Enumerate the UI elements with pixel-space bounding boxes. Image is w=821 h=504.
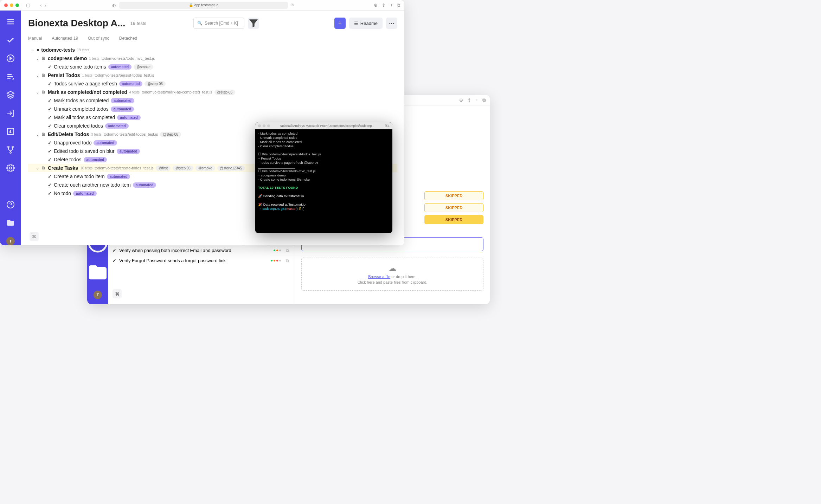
chevron-down-icon: ⌄ (36, 166, 39, 170)
svg-point-19 (9, 167, 12, 169)
test-row[interactable]: ✓ Mark todos as completed automated (28, 96, 397, 105)
more-button[interactable]: ⋯ (386, 18, 397, 29)
check-icon: ✓ (48, 123, 52, 129)
terminal-window: tatiana@Andreys-MacBook-Pro:~/Documents/… (255, 122, 392, 233)
file-icon: 🗎 (41, 73, 46, 78)
svg-marker-10 (7, 91, 14, 95)
download-icon[interactable]: ⊕ (459, 97, 463, 103)
forward-icon[interactable]: › (45, 2, 46, 8)
back-icon[interactable]: ‹ (40, 2, 42, 8)
play-icon[interactable] (6, 54, 15, 63)
close-dot[interactable] (4, 4, 8, 7)
chevron-down-icon: ⌄ (36, 73, 39, 78)
avatar-2[interactable]: T (94, 291, 102, 299)
suite-row[interactable]: ⌄🗎 Mark as completed/not completed 4 tes… (28, 88, 397, 96)
test-name: Verify Forgot Password sends a forgot pa… (119, 258, 226, 263)
cmd-shortcut-badge[interactable]: ⌘ (113, 289, 122, 298)
shield-icon[interactable]: ◐ (112, 3, 116, 8)
test-row[interactable]: ✓ Todos survive a page refresh automated… (28, 79, 397, 88)
suite-row[interactable]: ⌄🗎 codepress demo 1 tests todomvc-tests/… (28, 54, 397, 63)
minimize-dot[interactable] (10, 4, 13, 7)
chevron-down-icon: ⌄ (36, 56, 39, 61)
avatar[interactable]: T (6, 237, 15, 245)
import-icon[interactable] (6, 109, 15, 117)
gear-icon[interactable] (6, 164, 15, 172)
page-header: Bionexta Desktop A... 19 tests 🔍 Search … (28, 18, 397, 29)
file-icon: 🗎 (41, 56, 46, 61)
check-icon: ✓ (48, 174, 52, 179)
browse-link[interactable]: Browse a file (368, 274, 390, 279)
chevron-down-icon: ⌄ (36, 132, 39, 137)
filter-button[interactable] (248, 18, 259, 29)
check-icon: ✓ (48, 115, 52, 120)
tab-automated[interactable]: Automated 19 (52, 36, 78, 41)
tab-manual[interactable]: Manual (28, 36, 42, 41)
terminal-title: tatiana@Andreys-MacBook-Pro:~/Documents/… (272, 124, 383, 128)
check-icon: ✓ (48, 106, 52, 112)
sidebar: T (0, 11, 21, 245)
analytics-icon[interactable] (6, 127, 15, 136)
clone-icon[interactable]: ⧉ (286, 248, 289, 253)
folder-row[interactable]: ⌄■ todomvc-tests 19 tests (28, 46, 397, 54)
share-icon[interactable]: ⇪ (467, 97, 471, 103)
branch-icon[interactable] (6, 146, 15, 154)
check-icon: ✓ (48, 182, 52, 188)
test-count: 19 tests (130, 21, 147, 26)
plan-icon[interactable] (6, 72, 15, 81)
test-row[interactable]: ✓ Verify when passing both incorrect Ema… (112, 245, 291, 256)
test-row[interactable]: ✓ Mark all todos as completed automated (28, 113, 397, 122)
share-icon[interactable]: ⇪ (382, 2, 386, 8)
filter-tabs: Manual Automated 19 Out of sync Detached (28, 36, 397, 41)
check-icon: ✓ (48, 157, 52, 162)
check-icon[interactable] (6, 36, 15, 44)
tab-out-of-sync[interactable]: Out of sync (88, 36, 109, 41)
traffic-lights (4, 4, 19, 7)
check-icon: ✓ (48, 140, 52, 146)
test-row[interactable]: ✓ Verify Forgot Password sends a forgot … (112, 256, 291, 266)
svg-marker-6 (10, 57, 12, 60)
readme-button[interactable]: ☰ Readme (349, 18, 383, 29)
clone-icon[interactable]: ⧉ (286, 258, 289, 263)
cmd-shortcut-badge[interactable]: ⌘ (30, 232, 39, 241)
terminal-header: tatiana@Andreys-MacBook-Pro:~/Documents/… (255, 122, 392, 129)
chevron-down-icon: ⌄ (36, 90, 39, 95)
add-button[interactable]: + (334, 18, 346, 29)
sidebar-toggle-icon[interactable]: ▢ (26, 2, 30, 8)
maximize-dot[interactable] (15, 4, 19, 7)
download-icon[interactable]: ⊕ (374, 2, 378, 8)
page-title: Bionexta Desktop A... (28, 18, 126, 29)
new-tab-icon[interactable]: + (390, 2, 393, 8)
url-bar: 🔒 app.testomat.io (118, 2, 288, 9)
reload-icon[interactable]: ↻ (291, 3, 294, 7)
tabs-icon[interactable]: ⧉ (397, 2, 400, 8)
folder-icon[interactable] (87, 261, 108, 284)
tabs-icon[interactable]: ⧉ (482, 97, 486, 103)
check-icon: ✓ (113, 248, 116, 253)
terminal-body[interactable]: - Mark todos as completed - Unmark compl… (255, 129, 392, 213)
suite-row[interactable]: ⌄🗎 Persist Todos 1 tests todomvc-tests/p… (28, 71, 397, 79)
nav-arrows: ‹ › (40, 2, 46, 8)
tab-detached[interactable]: Detached (119, 36, 137, 41)
cloud-upload-icon: ☁ (389, 264, 396, 273)
test-row[interactable]: ✓ Unmark completed todos automated (28, 105, 397, 113)
folder-icon: ■ (37, 47, 39, 52)
chevron-down-icon: ⌄ (31, 48, 34, 52)
help-icon[interactable] (6, 200, 15, 209)
search-icon: 🔍 (197, 21, 203, 26)
file-icon: 🗎 (41, 166, 46, 170)
doc-icon: ☰ (354, 21, 358, 26)
menu-icon[interactable] (6, 18, 15, 26)
layers-icon[interactable] (6, 91, 15, 99)
check-icon: ✓ (48, 191, 52, 196)
new-tab-icon[interactable]: + (475, 97, 478, 103)
folder-icon[interactable] (6, 219, 15, 227)
browser-bar: ▢ ‹ › ◐ 🔒 app.testomat.io ↻ ⊕ ⇪ + ⧉ (0, 0, 404, 11)
file-dropzone[interactable]: ☁ Browse a file or drop it here. Click h… (301, 258, 483, 291)
test-row[interactable]: ✓ Create some todo items automated @smok… (28, 63, 397, 71)
search-input[interactable]: 🔍 Search [Cmd + K] (193, 18, 244, 29)
browser-icons-2: ⊕ ⇪ + ⧉ (459, 97, 486, 103)
url-field[interactable]: 🔒 app.testomat.io (119, 2, 288, 9)
test-name: Verify when passing both incorrect Email… (119, 248, 231, 253)
skipped-button-active[interactable]: SKIPPED (424, 215, 483, 224)
check-icon: ✓ (48, 149, 52, 154)
